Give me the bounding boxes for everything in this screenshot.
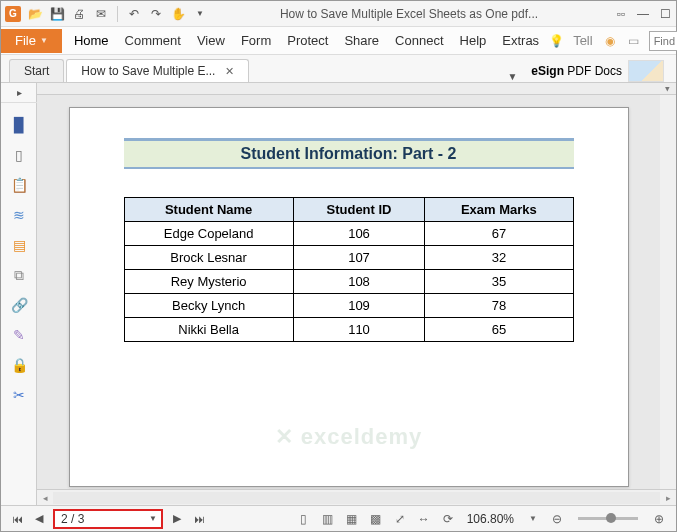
close-tab-icon[interactable]: ✕	[225, 65, 234, 78]
prev-page-button[interactable]: ◀	[31, 511, 47, 527]
side-panel: ▸ ▉ ▯ 📋 ≋ ▤ ⧉ 🔗 ✎ 🔒 ✂	[1, 83, 37, 505]
col-header: Student Name	[124, 198, 293, 222]
menu-comment[interactable]: Comment	[117, 29, 189, 52]
redo-icon[interactable]: ↷	[148, 6, 164, 22]
table-cell: 32	[425, 246, 573, 270]
email-icon[interactable]: ✉	[93, 6, 109, 22]
page-number-field[interactable]: 2 / 3 ▼	[53, 509, 163, 529]
page-heading: Student Information: Part - 2	[124, 138, 574, 169]
last-page-button[interactable]: ⏭	[191, 511, 207, 527]
menu-home[interactable]: Home	[66, 29, 117, 52]
file-menu-label: File	[15, 33, 36, 48]
layers-icon[interactable]: ≋	[9, 205, 29, 225]
chevron-down-icon: ▼	[40, 36, 48, 45]
menu-form[interactable]: Form	[233, 29, 279, 52]
esign-promo[interactable]: eSign PDF Docs	[531, 60, 668, 82]
table-cell: Rey Mysterio	[124, 270, 293, 294]
qat-dropdown-icon[interactable]: ▼	[192, 6, 208, 22]
lightbulb-icon[interactable]: 💡	[547, 32, 565, 50]
document-tab-bar: Start How to Save Multiple E... ✕ ▼ eSig…	[1, 55, 676, 83]
doc-top-strip: ▸	[37, 83, 676, 95]
tabs-overflow-icon[interactable]: ▼	[507, 71, 517, 82]
table-cell: 108	[293, 270, 425, 294]
print-icon[interactable]: 🖨	[71, 6, 87, 22]
signature-icon[interactable]: ✎	[9, 325, 29, 345]
table-cell: 35	[425, 270, 573, 294]
panel-collapse-icon[interactable]: ▸	[663, 86, 673, 91]
next-page-button[interactable]: ▶	[169, 511, 185, 527]
table-row: Nikki Bella11065	[124, 318, 573, 342]
view-facing-continuous-icon[interactable]: ▩	[367, 510, 385, 528]
comments-icon[interactable]: ▤	[9, 235, 29, 255]
tab-start[interactable]: Start	[9, 59, 64, 82]
first-page-button[interactable]: ⏮	[9, 511, 25, 527]
menu-connect[interactable]: Connect	[387, 29, 451, 52]
menu-help[interactable]: Help	[452, 29, 495, 52]
chevron-down-icon: ▼	[149, 514, 157, 523]
folder-icon[interactable]: ▭	[625, 32, 643, 50]
zoom-out-button[interactable]: ⊖	[548, 510, 566, 528]
notification-icon[interactable]: ◉	[601, 32, 619, 50]
zoom-in-button[interactable]: ⊕	[650, 510, 668, 528]
menu-bar: File▼ Home Comment View Form Protect Sha…	[1, 27, 676, 55]
quick-access-toolbar: 📂 💾 🖨 ✉ ↶ ↷ ✋ ▼	[27, 6, 208, 22]
view-single-icon[interactable]: ▯	[295, 510, 313, 528]
ribbon-toggle-icon[interactable]: ▫▫	[614, 7, 628, 21]
bookmark-icon[interactable]: ▉	[9, 115, 29, 135]
tab-document-label: How to Save Multiple E...	[81, 64, 215, 78]
document-canvas[interactable]: Student Information: Part - 2 Student Na…	[37, 95, 660, 489]
body: ▸ ▉ ▯ 📋 ≋ ▤ ⧉ 🔗 ✎ 🔒 ✂ ▸ Student	[1, 83, 676, 505]
attachments-icon[interactable]: ⧉	[9, 265, 29, 285]
watermark: ✕ exceldemy	[275, 424, 423, 450]
table-cell: 107	[293, 246, 425, 270]
fit-width-icon[interactable]: ↔	[415, 510, 433, 528]
hand-icon[interactable]: ✋	[170, 6, 186, 22]
save-icon[interactable]: 💾	[49, 6, 65, 22]
open-icon[interactable]: 📂	[27, 6, 43, 22]
zoom-slider-thumb[interactable]	[606, 513, 616, 523]
side-panel-toggle-icon[interactable]: ▸	[1, 83, 37, 103]
links-icon[interactable]: 🔗	[9, 295, 29, 315]
undo-icon[interactable]: ↶	[126, 6, 142, 22]
esign-image-icon	[628, 60, 664, 82]
maximize-icon[interactable]: ☐	[658, 7, 672, 21]
fit-page-icon[interactable]: ⤢	[391, 510, 409, 528]
horizontal-scrollbar[interactable]: ◂ ▸	[37, 489, 676, 505]
table-cell: Becky Lynch	[124, 294, 293, 318]
rotate-icon[interactable]: ⟳	[439, 510, 457, 528]
table-row: Becky Lynch10978	[124, 294, 573, 318]
scroll-right-icon[interactable]: ▸	[660, 493, 676, 503]
window-title: How to Save Multiple Excel Sheets as One…	[208, 7, 610, 21]
scroll-left-icon[interactable]: ◂	[37, 493, 53, 503]
menu-extras[interactable]: Extras	[494, 29, 547, 52]
doc-scroll-row: Student Information: Part - 2 Student Na…	[37, 95, 676, 489]
thumbnails-icon[interactable]: ▯	[9, 145, 29, 165]
zoom-dropdown-icon[interactable]: ▼	[524, 510, 542, 528]
menu-share[interactable]: Share	[336, 29, 387, 52]
document-area: ▸ Student Information: Part - 2 Student …	[37, 83, 676, 505]
app-window: G 📂 💾 🖨 ✉ ↶ ↷ ✋ ▼ How to Save Multiple E…	[0, 0, 677, 532]
vertical-scrollbar[interactable]	[660, 95, 676, 489]
menu-protect[interactable]: Protect	[279, 29, 336, 52]
side-panel-items: ▉ ▯ 📋 ≋ ▤ ⧉ 🔗 ✎ 🔒 ✂	[1, 111, 37, 405]
tab-document[interactable]: How to Save Multiple E... ✕	[66, 59, 249, 82]
redact-icon[interactable]: ✂	[9, 385, 29, 405]
view-continuous-icon[interactable]: ▥	[319, 510, 337, 528]
find-input[interactable]	[649, 31, 677, 51]
scroll-track[interactable]	[53, 492, 660, 504]
zoom-level[interactable]: 106.80%	[467, 512, 514, 526]
table-row: Brock Lesnar10732	[124, 246, 573, 270]
file-menu[interactable]: File▼	[1, 29, 62, 53]
menu-view[interactable]: View	[189, 29, 233, 52]
zoom-slider[interactable]	[578, 517, 638, 520]
tell-me[interactable]: Tell	[571, 29, 595, 52]
status-bar: ⏮ ◀ 2 / 3 ▼ ▶ ⏭ ▯ ▥ ▦ ▩ ⤢ ↔ ⟳ 106.80% ▼ …	[1, 505, 676, 531]
clipboard-icon[interactable]: 📋	[9, 175, 29, 195]
table-cell: 78	[425, 294, 573, 318]
tab-start-label: Start	[24, 64, 49, 78]
security-icon[interactable]: 🔒	[9, 355, 29, 375]
table-cell: 110	[293, 318, 425, 342]
minimize-icon[interactable]: —	[636, 7, 650, 21]
view-facing-icon[interactable]: ▦	[343, 510, 361, 528]
window-controls: ▫▫ — ☐	[614, 7, 672, 21]
